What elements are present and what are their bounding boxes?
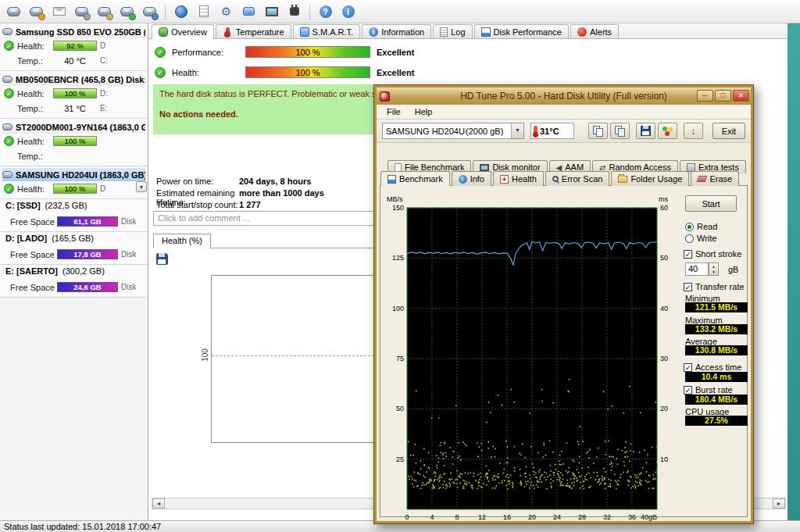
radio-read[interactable] xyxy=(685,223,694,231)
hdd-home-icon[interactable] xyxy=(26,2,47,22)
svg-text:30: 30 xyxy=(660,355,668,362)
svg-text:28: 28 xyxy=(578,513,586,521)
stat-label: Power on time: xyxy=(156,177,239,186)
speaker-icon: ◀ xyxy=(556,163,562,172)
truncated-text: Disk xyxy=(121,250,136,259)
mail-report-icon[interactable] xyxy=(48,2,70,22)
maximize-button[interactable]: □ xyxy=(715,90,731,102)
tab-label: Log xyxy=(451,27,465,37)
sidebar-scroll-down-button[interactable]: ▼ xyxy=(136,181,147,192)
settings-gear-icon[interactable]: ⚙ xyxy=(216,2,237,22)
truncated-text: E: xyxy=(100,104,107,112)
tab-label: Health xyxy=(512,174,537,184)
stroke-size-stepper[interactable]: ▲▼ xyxy=(709,262,719,276)
volume-head: D: [LADO] (165,5 GB) xyxy=(2,234,145,247)
copy-screenshot-button[interactable] xyxy=(588,123,608,139)
download-arrow-icon: ↓ xyxy=(691,125,696,137)
disk-temp-row: Temp.: xyxy=(2,148,145,163)
radio-write[interactable] xyxy=(685,234,694,243)
free-space-bar: 17,8 GB xyxy=(57,249,118,259)
download-update-button[interactable]: ↓ xyxy=(684,123,703,139)
disk-item[interactable]: ST2000DM001-9YN164 (1863,0 G ✓ Health: 1… xyxy=(0,119,148,166)
tab-label: Folder Usage xyxy=(630,174,682,184)
volume-size: (232,5 GB) xyxy=(45,201,88,210)
power-icon[interactable] xyxy=(284,2,305,22)
tab-temperature[interactable]: Temperature xyxy=(216,24,291,38)
copy-clipboard-button[interactable] xyxy=(610,123,630,139)
tab-health[interactable]: +Health xyxy=(493,171,544,186)
burst-rate-row[interactable]: ✓ Burst rate xyxy=(684,385,733,395)
dropdown-arrow-icon[interactable]: ▼ xyxy=(511,123,523,138)
drive-select[interactable]: SAMSUNG HD204UI (2000 gB) ▼ xyxy=(382,123,524,139)
truncated-text: D xyxy=(100,184,105,193)
disk-item-selected[interactable]: SAMSUNG HD204UI (1863,0 GB) ✓ Health: 10… xyxy=(0,166,148,199)
disk-name-label: MB0500EBNCR (465,8 GB) Disk: xyxy=(16,75,145,84)
stroke-size-input[interactable]: 40 xyxy=(685,262,709,276)
primary-tab-row: Benchmark iInfo +Health Error Scan Folde… xyxy=(377,171,739,187)
disk-health-row: ✓ Health: 100 % D xyxy=(2,181,145,196)
scroll-right-button[interactable]: ► xyxy=(773,498,785,509)
read-radio-row[interactable]: Read xyxy=(685,222,717,231)
disk-item[interactable]: MB0500EBNCR (465,8 GB) Disk: ✓ Health: 1… xyxy=(0,71,148,119)
write-radio-row[interactable]: Write xyxy=(685,234,716,243)
disk-item[interactable]: Samsung SSD 850 EVO 250GB (2 ✓ Health: 9… xyxy=(0,23,148,71)
help-icon[interactable]: ? xyxy=(315,2,336,22)
exit-button[interactable]: Exit xyxy=(712,123,745,139)
internet-globe-icon[interactable] xyxy=(170,2,191,22)
save-chart-icon[interactable] xyxy=(156,253,168,265)
tab-information[interactable]: iInformation xyxy=(362,24,431,38)
access-time-row[interactable]: ✓ Access time xyxy=(684,362,741,372)
health-chart-tab[interactable]: Health (%) xyxy=(153,234,211,248)
globe-glyph xyxy=(175,5,188,18)
tab-folder-usage[interactable]: Folder Usage xyxy=(611,171,689,186)
report-doc-icon[interactable] xyxy=(193,2,214,22)
spin-up-icon[interactable]: ▲ xyxy=(712,264,716,270)
minimize-button[interactable]: ─ xyxy=(697,90,713,102)
hdd-repair-icon[interactable] xyxy=(94,2,115,22)
checkbox-transfer-rate[interactable]: ✓ xyxy=(684,283,692,291)
tab-error-scan[interactable]: Error Scan xyxy=(545,171,610,186)
save-button[interactable] xyxy=(636,123,655,139)
truncated-text: D: xyxy=(100,89,108,98)
hdd-icon[interactable] xyxy=(3,2,24,22)
disk-health-row: ✓ Health: 100 % xyxy=(2,134,145,148)
tab-info[interactable]: iInfo xyxy=(452,171,491,186)
checkbox-access-time[interactable]: ✓ xyxy=(684,363,692,372)
short-stroke-row[interactable]: ✓ Short stroke xyxy=(684,249,741,259)
tab-smart[interactable]: S.M.A.R.T. xyxy=(293,24,361,38)
hdtune-titlebar[interactable]: HD Tune Pro 5.00 - Hard Disk Utility (Fu… xyxy=(377,87,751,105)
svg-text:MB/s: MB/s xyxy=(387,195,403,203)
health-label: Health: xyxy=(17,41,50,51)
tab-disk-performance[interactable]: Disk Performance xyxy=(474,24,569,38)
disk-icon xyxy=(2,171,12,178)
volume-item[interactable]: E: [SAERTO] (300,2 GB) Free Space 24,6 G… xyxy=(0,265,148,298)
disk-icon xyxy=(2,123,12,130)
monitor-chart-icon[interactable] xyxy=(261,2,282,22)
hdd-wrench-icon[interactable] xyxy=(71,2,92,22)
transfer-rate-row[interactable]: ✓ Transfer rate xyxy=(684,282,745,291)
hdd-search-icon[interactable] xyxy=(139,2,160,22)
minimum-value: 121.5 MB/s xyxy=(685,302,748,312)
spin-down-icon[interactable]: ▼ xyxy=(712,270,716,275)
ok-check-icon: ✓ xyxy=(155,47,166,58)
close-button[interactable]: × xyxy=(733,90,749,102)
checkbox-short-stroke[interactable]: ✓ xyxy=(684,250,692,259)
start-button[interactable]: Start xyxy=(685,195,737,212)
tab-log[interactable]: Log xyxy=(433,24,472,38)
tab-erase[interactable]: Erase xyxy=(691,171,739,186)
menu-file[interactable]: File xyxy=(380,105,408,118)
volume-item[interactable]: C: [SSD] (232,5 GB) Free Space 61,1 GB D… xyxy=(0,199,148,232)
checkbox-burst-rate[interactable]: ✓ xyxy=(684,386,692,395)
alert-icon xyxy=(577,27,587,37)
tab-benchmark[interactable]: Benchmark xyxy=(380,171,450,186)
tab-alerts[interactable]: Alerts xyxy=(570,24,619,38)
menu-help[interactable]: Help xyxy=(408,105,440,118)
scroll-left-button[interactable]: ◄ xyxy=(152,498,165,509)
about-info-icon[interactable]: i xyxy=(338,2,359,22)
tab-label: Benchmark xyxy=(399,174,443,184)
volume-item[interactable]: D: [LADO] (165,5 GB) Free Space 17,8 GB … xyxy=(0,232,148,265)
color-options-button[interactable] xyxy=(658,123,677,139)
tab-overview[interactable]: Overview xyxy=(152,24,214,39)
chat-bubble-icon[interactable] xyxy=(238,2,259,22)
hdd-add-icon[interactable] xyxy=(116,2,138,22)
